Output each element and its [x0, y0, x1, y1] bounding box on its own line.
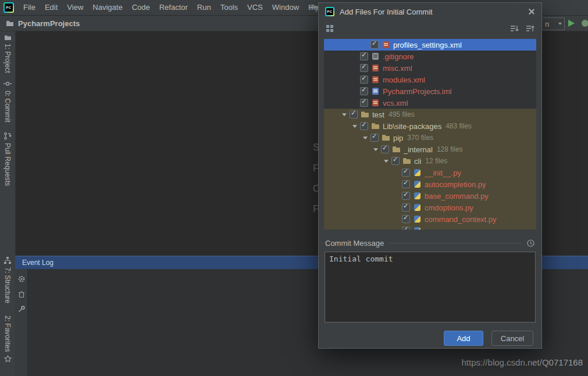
dialog-title: Add Files For Initial Commit [340, 8, 433, 16]
collapse-all-icon[interactable] [526, 24, 534, 33]
tree-row[interactable]: .gitignore [324, 51, 536, 62]
menu-tools[interactable]: Tools [216, 0, 243, 15]
pycharm-window: PC File Edit View Navigate Code Refactor… [0, 0, 588, 376]
chevron-down-icon[interactable] [381, 160, 391, 163]
menu-refactor[interactable]: Refactor [155, 0, 193, 15]
event-log-toolbar [15, 269, 28, 376]
tree-row[interactable]: autocompletion.py [324, 178, 536, 190]
folder-icon [392, 145, 401, 153]
checkbox[interactable] [402, 227, 410, 230]
gear-icon[interactable] [17, 275, 26, 283]
sidebar-item-commit[interactable]: 0: Commit [0, 80, 15, 123]
python-file-icon [413, 215, 422, 223]
checkbox[interactable] [360, 76, 368, 84]
menu-navigate[interactable]: Navigate [88, 0, 127, 15]
sidebar-item-favorites[interactable]: 2: Favorites [0, 316, 15, 363]
run-configuration-select[interactable]: n [543, 17, 565, 30]
tree-row[interactable]: modules.xml [324, 74, 536, 85]
tree-item-label: cmdoptions.py [425, 203, 473, 212]
partial-toolbar-icon[interactable] [582, 20, 588, 27]
group-by-icon[interactable] [326, 24, 334, 33]
checkbox[interactable] [360, 99, 368, 107]
checkbox[interactable] [370, 41, 379, 49]
close-icon[interactable] [527, 8, 535, 16]
tree-row[interactable]: vcs.xml [324, 97, 536, 109]
expand-all-icon[interactable] [510, 24, 519, 33]
event-log-title: Event Log [22, 259, 54, 267]
cancel-button[interactable]: Cancel [491, 331, 533, 346]
xml-file-icon [382, 41, 391, 49]
chevron-down-icon[interactable] [339, 113, 350, 116]
tree-row[interactable]: cmdoptions.py [324, 202, 536, 213]
commit-message-label: Commit Message [325, 239, 384, 248]
checkbox[interactable] [370, 134, 379, 142]
checkbox[interactable] [350, 110, 358, 119]
checkbox[interactable] [402, 203, 410, 212]
tree-row[interactable]: profiles_settings.xml [324, 39, 536, 51]
file-count: 495 files [389, 110, 415, 119]
checkbox[interactable] [381, 145, 389, 153]
sidebar-item-pull-requests[interactable]: Pull Requests [0, 132, 15, 186]
menu-vcs[interactable]: VCS [243, 0, 268, 15]
tree-row[interactable] [324, 225, 536, 230]
checkbox[interactable] [402, 169, 410, 177]
menu-run[interactable]: Run [193, 0, 216, 15]
checkbox[interactable] [360, 122, 368, 130]
tree-item-label: command_context.py [425, 215, 497, 224]
chevron-down-icon[interactable] [370, 148, 381, 151]
breadcrumb-project[interactable]: PycharmProjects [18, 19, 80, 28]
checkbox[interactable] [360, 52, 368, 60]
commit-message-input[interactable]: Initial commit [325, 252, 536, 323]
left-tool-stripe: 1: Project 0: Commit Pull Requests 7: St… [0, 31, 16, 376]
sidebar-item-project[interactable]: 1: Project [0, 34, 15, 73]
sidebar-item-structure[interactable]: 7: Structure [0, 256, 15, 303]
menu-window[interactable]: Window [268, 0, 304, 15]
sidebar-item-label: 0: Commit [3, 91, 12, 123]
checkbox[interactable] [402, 192, 410, 200]
chevron-down-icon[interactable] [360, 137, 370, 139]
tree-row[interactable]: test 495 files [324, 109, 536, 120]
tree-row[interactable]: __init__.py [324, 167, 536, 178]
tree-row[interactable]: _internal 128 files [324, 144, 536, 155]
chevron-down-icon[interactable] [350, 125, 360, 128]
menu-edit[interactable]: Edit [40, 0, 62, 15]
run-icon[interactable] [568, 20, 575, 27]
tree-row[interactable]: misc.xml [324, 62, 536, 74]
menu-file[interactable]: File [19, 0, 40, 15]
tree-row[interactable]: cli 12 files [324, 155, 536, 167]
checkbox[interactable] [360, 64, 368, 72]
checkbox[interactable] [402, 215, 410, 223]
divider [389, 243, 521, 243]
xml-file-icon [371, 64, 380, 72]
checkbox[interactable] [402, 180, 410, 188]
file-tree: profiles_settings.xml .gitignore misc.xm… [324, 39, 536, 230]
dialog-title-bar: PC Add Files For Initial Commit [319, 3, 541, 20]
tree-row[interactable]: PycharmProjects.iml [324, 85, 536, 97]
checkbox[interactable] [391, 157, 400, 165]
tree-item-label: .gitignore [383, 52, 414, 61]
python-file-icon [413, 227, 422, 230]
checkbox[interactable] [360, 87, 368, 95]
menu-code[interactable]: Code [127, 0, 155, 15]
tree-item-label: __init__.py [425, 169, 461, 177]
tree-item-label: base_command.py [425, 192, 489, 200]
tree-item-label: cli [414, 157, 421, 166]
file-count: 12 files [425, 157, 447, 165]
folder-icon [371, 122, 380, 130]
sidebar-item-label: Pull Requests [3, 143, 12, 186]
chevron-down-icon [558, 23, 562, 25]
tree-row[interactable]: base_command.py [324, 190, 536, 202]
menu-view[interactable]: View [62, 0, 88, 15]
tree-row[interactable]: Lib\site-packages 483 files [324, 120, 536, 132]
folder-icon [382, 134, 391, 142]
tree-row[interactable]: command_context.py [324, 213, 536, 225]
sidebar-item-label: 1: Project [3, 44, 12, 73]
project-folder-icon [4, 34, 12, 41]
python-file-icon [413, 192, 422, 200]
add-button[interactable]: Add [444, 331, 483, 346]
trash-icon[interactable] [17, 290, 26, 298]
wrench-icon[interactable] [17, 305, 26, 313]
tree-row[interactable]: pip 370 files [324, 132, 536, 144]
run-configuration-label: n [545, 20, 549, 28]
history-icon[interactable] [526, 239, 535, 248]
